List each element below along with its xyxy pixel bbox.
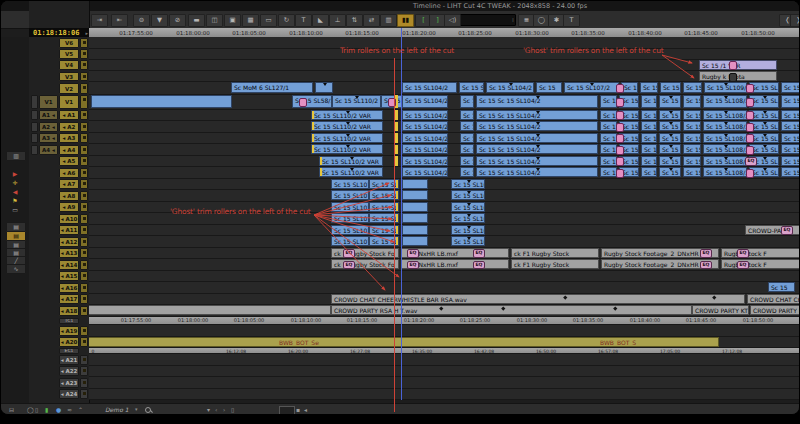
record-track-button-A13[interactable]: ◂ A13 [59,248,79,258]
step-forward-icon[interactable]: › [223,406,225,414]
clip[interactable]: Sc 15 [683,167,701,177]
playhead[interactable] [401,28,402,400]
record-track-button-V4[interactable]: V4 [59,60,79,70]
trim-b-side-icon[interactable]: ◀ [6,188,24,196]
clip[interactable]: Sc 15 SL [659,144,681,154]
focus-icon[interactable]: ⊟ [9,406,14,414]
source-track-button-V1[interactable]: V1 [39,95,58,109]
record-track-button-A5[interactable]: ◂ A5 [59,156,79,166]
monitor-cell-A17[interactable] [80,294,88,304]
clip[interactable]: Sc 15 [641,167,657,177]
clip[interactable]: Sc 15 SL [600,121,617,131]
record-track-button-A2[interactable]: ◂ A2 [59,122,79,132]
clip[interactable]: Sc 15 S [781,144,800,154]
clip[interactable] [402,202,428,212]
clip[interactable]: ck 1 Rugby Stock Fo [331,248,399,258]
clip[interactable]: Sc 15 SL [659,167,681,177]
track-button-TC1[interactable]: TC1 [59,318,79,324]
clip[interactable]: Sc 15 SL109/1 [451,190,485,200]
trim-roller-icon[interactable] [616,146,624,155]
eq-effect-badge[interactable]: EQ [343,261,355,270]
clip[interactable]: Sc 15 SL107/1 [331,202,369,212]
clip[interactable]: ck 1 Rugby Stock Fo [331,259,399,269]
eq-effect-badge[interactable]: EQ [473,249,485,258]
clip[interactable] [402,179,428,189]
clip[interactable] [402,213,428,223]
clip[interactable]: Sc 15 S [781,95,800,109]
eq-effect-badge[interactable]: EQ [737,249,749,258]
monitor-cell-A14[interactable] [80,260,88,270]
clip[interactable]: Sc 15 [460,156,474,166]
blue-status-icon[interactable]: ● [56,406,61,414]
eq-effect-badge[interactable]: EQ [473,261,485,270]
clip[interactable]: Sc 15 SL107/1 [331,213,369,223]
clip[interactable]: ck F1 Rugby Stock [511,259,599,269]
record-track-button-A8[interactable]: ◂ A8 [59,191,79,201]
monitor-cell-V1[interactable] [80,95,88,109]
clip[interactable]: Sc 15 [683,110,701,120]
trim-roller-icon[interactable] [616,157,624,166]
monitor-cell-A24[interactable] [80,389,88,399]
clip[interactable]: CROWD CHAT CHEER [747,294,800,304]
eq-effect-badge[interactable]: EQ [745,157,757,166]
clip[interactable] [91,95,232,109]
flag-icon[interactable]: ⚑ [6,197,24,205]
clip[interactable]: CROWD PARTY KT [692,305,749,315]
clip[interactable]: Sc 15 [460,110,474,120]
source-patch-cell-V1[interactable] [31,95,38,109]
clip[interactable]: Sc 15 [683,144,701,154]
clip[interactable] [402,236,428,246]
clip[interactable]: Sc 15 SL108/3 [703,167,747,177]
trim-roller-icon[interactable] [746,98,754,107]
master-timecode-display[interactable]: 01:18:18:06 ▸ [29,28,89,37]
record-track-button-A14[interactable]: ◂ A14 [59,260,79,270]
clip[interactable]: Sc 15 SL104/2 [402,156,448,166]
clip[interactable]: Sc 15 Sc 15 SL104/2 [476,121,598,131]
trim-roller-icon[interactable] [746,111,754,120]
search-icon[interactable] [145,407,151,413]
source-patch-cell-A1[interactable] [31,110,38,120]
scroll-left-icon[interactable]: ◂ [304,406,307,414]
green-status-icon[interactable]: ▮ [45,406,48,414]
monitor-cell-A16[interactable] [80,283,88,293]
clip[interactable]: Sc 15 SL104/2 [402,144,448,154]
record-track-button-A4[interactable]: ◂ A4 [59,145,79,155]
eq-effect-badge[interactable]: EQ [407,249,419,258]
clip[interactable]: Sc 15 SL104/2 [486,82,534,93]
clip[interactable]: Sc 15 SL104/2 [402,133,448,143]
clip[interactable]: Sc 15 SL107/2 [564,82,619,93]
clip[interactable] [315,82,333,93]
record-track-button-A12[interactable]: ◂ A12 [59,237,79,247]
source-patch-cell-A4[interactable] [31,145,38,155]
track-lane-TC1[interactable]: 01:17:55:0001:18:00:0001:18:05:0001:18:1… [89,317,800,326]
record-track-button-V2[interactable]: V2 [59,83,79,94]
track-panel-icon[interactable]: ▥ [6,151,26,161]
clip[interactable]: Sc 15 S [781,110,800,120]
clip[interactable]: Sc 15 SL [660,82,681,93]
monitor-cell-A4[interactable] [80,145,88,155]
zoom-menu-icon[interactable]: ▾ [207,406,210,414]
monitor-cell-A3[interactable] [80,133,88,143]
trim-both-icon[interactable]: ✛ [6,179,24,187]
trim-roller-icon[interactable] [746,169,754,178]
clip[interactable]: Sc 15 [460,121,474,131]
record-track-button-A11[interactable]: ◂ A11 [59,225,79,235]
record-track-button-A21[interactable]: ◂ A21 [59,355,79,365]
trim-roller-icon[interactable] [616,98,624,107]
clip[interactable]: Sc 15 [460,144,474,154]
clip[interactable]: ck F1 Rugby Stock [511,248,599,258]
trim-roller-icon[interactable] [616,169,624,178]
segment-view-icon[interactable]: ▯ [231,406,234,414]
clip[interactable]: Sc 15 Sc 15 SL104/2 [476,144,598,154]
record-track-button-A20[interactable]: ◂ A20 [59,337,79,347]
video-quality-icon[interactable]: ▪ [296,406,300,414]
clip[interactable]: Sc MoM 6 SL127/1 [231,82,313,93]
trim-roller-icon[interactable] [729,61,737,70]
monitor-cell-V2[interactable] [80,83,88,94]
clip[interactable]: Sc 15 SL108/3 [703,95,747,109]
clip-color-icon[interactable]: ▯ [35,406,38,414]
monitor-cell-A11[interactable] [80,225,88,235]
clip[interactable] [402,190,428,200]
clip[interactable]: Sc 15 [460,133,474,143]
record-track-button-A19[interactable]: ◂ A19 [59,326,79,336]
